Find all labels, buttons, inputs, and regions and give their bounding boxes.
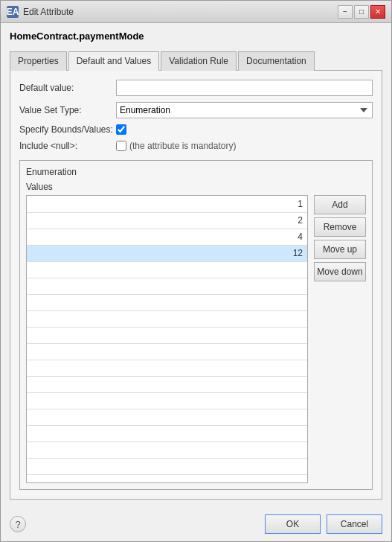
title-bar-controls: − □ ✕ <box>338 5 385 19</box>
move-down-button[interactable]: Move down <box>314 262 366 281</box>
remove-button[interactable]: Remove <box>314 217 366 237</box>
include-null-label: Include <null>: <box>19 141 116 151</box>
close-button[interactable]: ✕ <box>370 5 385 19</box>
include-null-row: Include <null>: (the attribute is mandat… <box>19 141 373 151</box>
title-bar: EA Edit Attribute − □ ✕ <box>1 1 391 23</box>
restore-button[interactable]: □ <box>354 5 369 19</box>
table-row-empty[interactable] <box>27 392 307 409</box>
window-footer: ? OK Cancel <box>1 508 391 541</box>
table-row-empty[interactable] <box>27 425 307 441</box>
default-value-row: Default value: <box>19 80 373 96</box>
move-up-button[interactable]: Move up <box>314 240 366 259</box>
values-area: 1 2 4 <box>26 195 366 483</box>
value-set-type-select[interactable]: Enumeration <box>116 102 373 118</box>
app-icon: EA <box>7 6 19 18</box>
attribute-title: HomeContract.paymentMode <box>10 31 382 42</box>
table-row-empty[interactable] <box>27 409 307 425</box>
value-set-type-label: Value Set Type: <box>19 105 116 115</box>
table-row-empty[interactable] <box>27 278 307 294</box>
table-row[interactable]: 1 <box>27 196 307 212</box>
values-list-container[interactable]: 1 2 4 <box>26 195 308 483</box>
tabs-bar: Properties Default and Values Validation… <box>10 51 382 71</box>
window-title: Edit Attribute <box>23 7 74 17</box>
value-cell: 1 <box>27 196 307 212</box>
include-null-note: (the attribute is mandatory) <box>129 141 236 151</box>
specify-bounds-row: Specify Bounds/Values: <box>19 124 373 135</box>
table-row-empty[interactable] <box>27 360 307 376</box>
help-button[interactable]: ? <box>10 516 26 532</box>
value-cell: 2 <box>27 212 307 229</box>
tab-documentation[interactable]: Documentation <box>238 51 315 71</box>
table-row-empty[interactable] <box>27 458 307 474</box>
enumeration-group: Enumeration Values 1 <box>19 160 373 490</box>
values-buttons: Add Remove Move up Move down <box>314 195 366 483</box>
title-bar-left: EA Edit Attribute <box>7 6 74 18</box>
tab-default-values[interactable]: Default and Values <box>68 51 160 71</box>
tab-validation-rule[interactable]: Validation Rule <box>161 51 237 71</box>
minimize-button[interactable]: − <box>338 5 353 19</box>
table-row-empty[interactable] <box>27 343 307 360</box>
values-label: Values <box>26 182 366 192</box>
table-row-empty[interactable] <box>27 376 307 392</box>
window-body: HomeContract.paymentMode Properties Defa… <box>1 23 391 508</box>
table-row-empty[interactable] <box>27 441 307 458</box>
table-row[interactable]: 4 <box>27 229 307 245</box>
values-table: 1 2 4 <box>27 196 307 475</box>
edit-attribute-window: EA Edit Attribute − □ ✕ HomeContract.pay… <box>0 0 392 542</box>
app-icon-label: EA <box>7 7 19 17</box>
table-row-empty[interactable] <box>27 310 307 327</box>
table-row-empty[interactable] <box>27 327 307 343</box>
table-row-empty[interactable] <box>27 261 307 278</box>
value-cell: 12 <box>27 245 307 261</box>
add-button[interactable]: Add <box>314 195 366 214</box>
cancel-button[interactable]: Cancel <box>327 514 382 534</box>
specify-bounds-checkbox[interactable] <box>116 124 126 135</box>
value-set-type-row: Value Set Type: Enumeration <box>19 102 373 118</box>
specify-bounds-label: Specify Bounds/Values: <box>19 124 116 135</box>
table-row-empty[interactable] <box>27 294 307 310</box>
default-value-label: Default value: <box>19 83 116 93</box>
tab-content: Default value: Value Set Type: Enumerati… <box>10 71 382 500</box>
table-row[interactable]: 2 <box>27 212 307 229</box>
tab-properties[interactable]: Properties <box>10 51 67 71</box>
footer-right: OK Cancel <box>265 514 382 534</box>
table-row[interactable]: 12 <box>27 245 307 261</box>
enumeration-legend: Enumeration <box>26 167 366 177</box>
value-cell: 4 <box>27 229 307 245</box>
ok-button[interactable]: OK <box>265 514 321 534</box>
include-null-checkbox[interactable] <box>116 141 126 151</box>
default-value-input[interactable] <box>116 80 373 96</box>
